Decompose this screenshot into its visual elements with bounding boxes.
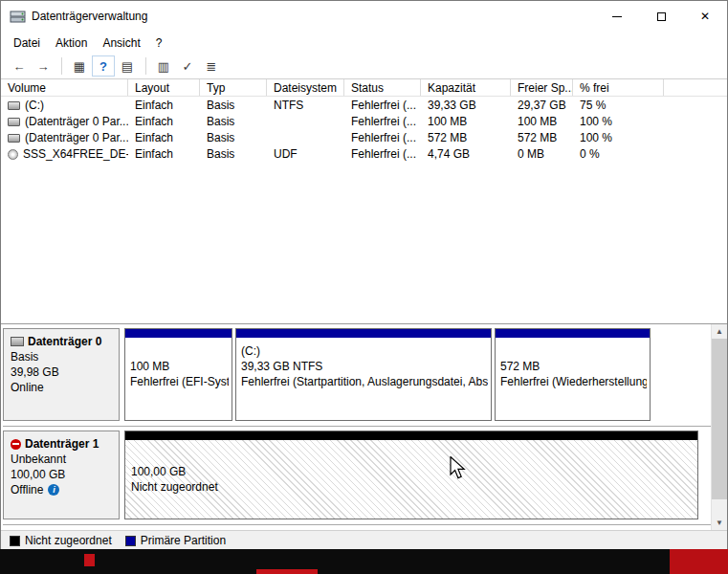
typ-cell: Basis [200, 131, 267, 144]
disk-size: 100,00 GB [11, 467, 119, 482]
dateisystem-cell: UDF [267, 147, 344, 161]
kapazitaet-cell: 4,74 GB [421, 147, 511, 161]
forward-arrow-icon: → [37, 59, 50, 74]
disk-offline-icon [11, 439, 21, 450]
show-console-tree-button[interactable]: ▦ [68, 55, 91, 77]
table-row[interactable]: SSS_X64FREE_DE-... Einfach Basis UDF Feh… [1, 145, 727, 162]
table-row[interactable]: (Datenträger 0 Par... Einfach Basis Fehl… [1, 129, 727, 145]
back-button[interactable]: ← [8, 55, 31, 77]
status-cell: Fehlerfrei (... [344, 147, 421, 161]
menu-aktion[interactable]: Aktion [48, 33, 95, 53]
drive-icon [8, 134, 20, 143]
scrollbar-thumb[interactable] [712, 339, 727, 499]
disk-0-info[interactable]: Datenträger 0 Basis 39,98 GB Online [3, 328, 120, 421]
dateisystem-cell: NTFS [267, 99, 344, 112]
prozent-frei-cell: 100 % [573, 131, 664, 144]
partition-recovery[interactable]: 572 MB Fehlerfrei (Wiederherstellung [495, 328, 651, 421]
maximize-button[interactable] [639, 1, 683, 32]
unallocated-space[interactable]: 100,00 GB Nicht zugeordnet [124, 430, 698, 519]
disk-1-info[interactable]: Datenträger 1 Unbekannt 100,00 GB Offlin… [3, 430, 120, 519]
volume-cell: (Datenträger 0 Par... [1, 115, 128, 128]
console-tree-icon: ▦ [74, 59, 85, 74]
primary-partition-bar [496, 329, 650, 338]
cd-rom-icon [8, 149, 18, 160]
layout-cell: Einfach [128, 99, 200, 112]
partition-c-drive[interactable]: (C:) 39,33 GB NTFS Fehlerfrei (Startpart… [235, 328, 492, 421]
partition-size: 39,33 GB NTFS [241, 359, 488, 374]
legend-label: Nicht zugeordnet [25, 534, 112, 547]
menu-ansicht[interactable]: Ansicht [95, 33, 147, 53]
desktop-background [0, 549, 728, 574]
show-action-pane-button[interactable]: ▤ [116, 55, 139, 77]
volume-name: (Datenträger 0 Par... [25, 131, 128, 144]
disk-1-graph: 100,00 GB Nicht zugeordnet [120, 430, 711, 519]
check-button[interactable]: ✓ [176, 55, 199, 77]
partition-size: 572 MB [500, 359, 647, 374]
table-row[interactable]: (Datenträger 0 Par... Einfach Basis Fehl… [1, 113, 727, 129]
column-header-dateisystem[interactable]: Dateisystem [267, 79, 344, 96]
primary-partition-bar [125, 329, 232, 338]
graphical-view: Datenträger 0 Basis 39,98 GB Online 100 … [1, 324, 727, 530]
freier-speicher-cell: 572 MB [511, 131, 573, 144]
column-header-volume[interactable]: Volume [1, 79, 128, 96]
toolbar-separator [145, 57, 146, 75]
toolbar: ← → ▦ ? ▤ ▥ ✓ ≣ [1, 54, 727, 79]
menu-datei[interactable]: Datei [6, 33, 48, 53]
column-header-filler [664, 79, 727, 96]
kapazitaet-cell: 100 MB [421, 115, 511, 128]
disk-status: Online [11, 380, 119, 395]
info-icon[interactable]: i [48, 484, 59, 496]
column-header-status[interactable]: Status [344, 79, 421, 96]
disk-management-window: Datenträgerverwaltung ✕ Datei Aktion Ans… [0, 0, 728, 549]
scroll-up-icon[interactable]: ▲ [712, 324, 727, 339]
forward-button[interactable]: → [32, 55, 55, 77]
window-title: Datenträgerverwaltung [32, 10, 147, 23]
properties-button[interactable]: ▥ [152, 55, 175, 77]
column-header-kapazitaet[interactable]: Kapazität [421, 79, 511, 96]
table-row[interactable]: (C:) Einfach Basis NTFS Fehlerfrei (... … [1, 97, 727, 113]
partition-size: 100 MB [130, 359, 229, 374]
window-controls: ✕ [595, 1, 727, 32]
status-cell: Fehlerfrei (... [344, 115, 421, 128]
help-icon: ? [99, 59, 107, 74]
column-header-layout[interactable]: Layout [128, 79, 200, 96]
disk-size: 39,98 GB [11, 364, 119, 380]
legend: Nicht zugeordnet Primäre Partition [1, 530, 727, 550]
legend-item-unallocated: Nicht zugeordnet [10, 534, 112, 547]
minimize-icon [612, 16, 622, 17]
unallocated-label: Nicht zugeordnet [131, 479, 697, 495]
help-button[interactable]: ? [92, 55, 115, 77]
list-view-button[interactable]: ≣ [200, 55, 223, 77]
vertical-scrollbar[interactable]: ▲ ▼ [711, 324, 727, 530]
volume-list: Volume Layout Typ Dateisystem Status Kap… [1, 79, 727, 324]
desktop-fragment [256, 569, 318, 574]
column-header-typ[interactable]: Typ [200, 79, 267, 96]
prozent-frei-cell: 0 % [573, 147, 664, 161]
column-header-prozent-frei[interactable]: % frei [573, 79, 664, 96]
check-icon: ✓ [183, 59, 193, 74]
typ-cell: Basis [200, 115, 267, 128]
disk-icon [11, 337, 24, 346]
layout-cell: Einfach [128, 115, 200, 128]
layout-cell: Einfach [128, 131, 200, 144]
app-icon [10, 10, 26, 24]
partition-name [500, 343, 647, 359]
disk-name: Datenträger 1 [25, 436, 99, 452]
volume-list-header: Volume Layout Typ Dateisystem Status Kap… [1, 79, 727, 97]
scroll-down-icon[interactable]: ▼ [712, 516, 727, 530]
partition-status: Fehlerfrei (Startpartition, Auslagerungs… [241, 374, 488, 389]
volume-cell: (C:) [1, 99, 128, 112]
status-cell: Fehlerfrei (... [344, 99, 421, 112]
typ-cell: Basis [200, 99, 267, 112]
freier-speicher-cell: 0 MB [511, 147, 573, 161]
back-arrow-icon: ← [13, 59, 26, 74]
menu-help[interactable]: ? [148, 33, 170, 53]
partition-status: Fehlerfrei (Wiederherstellung [500, 374, 647, 389]
column-header-freier-speicher[interactable]: Freier Sp... [511, 79, 573, 96]
close-button[interactable]: ✕ [683, 1, 727, 32]
kapazitaet-cell: 572 MB [421, 131, 511, 144]
legend-label: Primäre Partition [141, 534, 226, 547]
minimize-button[interactable] [595, 1, 639, 32]
maximize-icon [657, 12, 666, 21]
partition-efi-system[interactable]: 100 MB Fehlerfrei (EFI-Syste [124, 328, 232, 421]
